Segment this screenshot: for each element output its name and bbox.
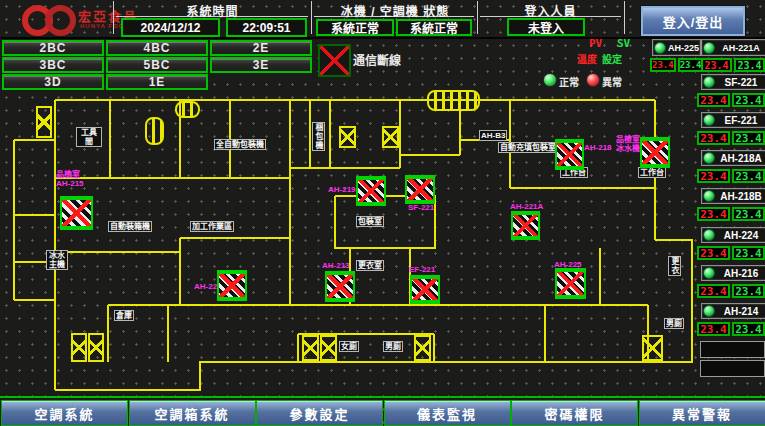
nav-button-param-settings[interactable]: 參數設定 <box>256 400 383 426</box>
unit-button-ah-216[interactable]: AH-216 <box>701 265 765 281</box>
unit-led-icon <box>703 114 715 126</box>
login-logout-button[interactable]: 登入/登出 <box>641 6 745 36</box>
device-icon-sf-221[interactable] <box>405 175 435 204</box>
door-icon <box>145 117 164 145</box>
divider <box>311 1 312 34</box>
stair-x-icon <box>36 106 52 138</box>
floor-button-1e[interactable]: 1E <box>106 74 208 90</box>
pv-sub-label: 溫度 <box>577 51 597 66</box>
sv-header-label: SV <box>617 37 630 50</box>
sv-value-ah-216: 23.4 <box>732 284 765 298</box>
unit-led-icon <box>703 267 715 279</box>
unit-led-icon <box>703 190 715 202</box>
device-icon-ah-213[interactable] <box>325 271 355 302</box>
empty-slot <box>700 360 765 377</box>
value-row-sf-221: 23.423.4 <box>697 93 765 107</box>
unit-name: AH-216 <box>717 268 765 279</box>
device-icon-ah-219a[interactable] <box>356 176 386 206</box>
stair-x-icon <box>88 333 104 362</box>
unit-button-sf-221[interactable]: SF-221 <box>701 74 765 90</box>
device-icon-ah-221a[interactable] <box>511 211 540 240</box>
device-label--ah-215: 品檢室 AH-215 <box>56 170 84 188</box>
floor-button-5bc[interactable]: 5BC <box>106 57 208 73</box>
unit-button-ah-224[interactable]: AH-224 <box>701 227 765 243</box>
device-label-ah-221a: AH-221A <box>510 202 543 211</box>
room-label: 男廁 <box>383 341 403 352</box>
door-icon <box>175 101 200 118</box>
sv-value-ah-221a: 23.4 <box>734 58 765 72</box>
normal-label: 正常 <box>559 74 579 89</box>
unit-button-ef-221[interactable]: EF-221 <box>701 112 765 128</box>
system-time-label: 系統時間 <box>115 2 310 19</box>
device-icon-ah-218[interactable] <box>555 139 584 170</box>
value-row-ah-218b: 23.423.4 <box>697 207 765 221</box>
device-icon-ah-225[interactable] <box>555 268 586 299</box>
nav-button-alarm[interactable]: 異常警報 <box>639 400 765 426</box>
unit-led-icon <box>654 42 666 54</box>
unit-button-ah-218a[interactable]: AH-218A <box>701 150 765 166</box>
room-label: 更衣室 <box>356 260 384 271</box>
device-label--: 品檢室 冰水機 <box>616 135 640 153</box>
stair-x-icon <box>642 335 663 361</box>
pv-value-ah-224: 23.4 <box>697 246 730 260</box>
device-label-ah-213: AH-213 <box>322 261 350 270</box>
value-row-ah-225: 23.423.4 <box>650 58 700 72</box>
room-label: 男廁 <box>664 318 684 329</box>
room-label: 梱包機 <box>312 122 325 151</box>
room-label: 冰水主機 <box>46 250 68 270</box>
unit-led-icon <box>703 152 715 164</box>
login-user-label: 登入人員 <box>480 2 621 19</box>
room-label: 全自動包裝機 <box>214 139 266 150</box>
pv-value-ah-218a: 23.4 <box>697 169 730 183</box>
value-row-ah-214: 23.423.4 <box>697 322 765 336</box>
system-time-value: 22:09:51 <box>226 18 307 37</box>
sv-value-ah-218b: 23.4 <box>732 207 765 221</box>
value-row-ef-221: 23.423.4 <box>697 131 765 145</box>
unit-name: AH-225 <box>668 43 699 53</box>
comm-loss-label: 通信斷線 <box>353 51 401 68</box>
device-icon-ah-224[interactable] <box>217 270 247 301</box>
device-icon--[interactable] <box>640 137 670 168</box>
unit-button-ah-221a[interactable]: AH-221A <box>701 39 765 56</box>
device-label-ah-218: AH-218 <box>584 143 612 152</box>
nav-button-ahu-system[interactable]: 空調箱系統 <box>129 400 256 426</box>
device-label-ef-221: EF-221 <box>409 265 435 274</box>
floor-button-3bc[interactable]: 3BC <box>2 57 104 73</box>
pv-value-ah-221a: 23.4 <box>701 58 732 72</box>
value-row-ah-224: 23.423.4 <box>697 246 765 260</box>
sv-value-ah-225: 23.4 <box>678 58 704 72</box>
value-row-ah-216: 23.423.4 <box>697 284 765 298</box>
nav-button-meter-monitor[interactable]: 儀表監視 <box>384 400 511 426</box>
pv-header-label: PV <box>589 37 602 50</box>
value-row-ah-218a: 23.423.4 <box>697 169 765 183</box>
pv-value-ah-225: 23.4 <box>650 58 676 72</box>
room-label: AH-B3 <box>479 130 507 141</box>
floor-button-4bc[interactable]: 4BC <box>106 40 208 56</box>
value-row-ah-221a: 23.423.4 <box>701 58 765 72</box>
normal-led-icon <box>543 73 557 87</box>
room-label: 自動充填包裝室 <box>498 142 558 153</box>
device-icon--ah-215[interactable] <box>60 196 93 230</box>
machine-status-label: 冰機 / 空調機 狀態 <box>314 2 476 19</box>
door-icon <box>427 90 480 111</box>
floor-button-3e[interactable]: 3E <box>210 57 312 73</box>
stair-x-icon <box>71 333 87 362</box>
pv-value-sf-221: 23.4 <box>697 93 730 107</box>
chiller-status-value: 系統正常 <box>316 19 394 36</box>
unit-button-ah-225[interactable]: AH-225 <box>652 39 701 56</box>
floor-button-3d[interactable]: 3D <box>2 74 104 90</box>
unit-button-ah-218b[interactable]: AH-218B <box>701 188 765 204</box>
system-date-value: 2024/12/12 <box>121 18 220 37</box>
nav-button-password-auth[interactable]: 密碼權限 <box>511 400 638 426</box>
login-user-value: 未登入 <box>507 18 585 36</box>
floor-button-2bc[interactable]: 2BC <box>2 40 104 56</box>
sv-value-ah-224: 23.4 <box>732 246 765 260</box>
unit-name: AH-221A <box>717 43 765 53</box>
device-icon-ef-221[interactable] <box>410 275 440 304</box>
unit-name: AH-214 <box>717 306 765 317</box>
stair-x-icon <box>382 126 399 148</box>
floor-button-2e[interactable]: 2E <box>210 40 312 56</box>
nav-button-ac-system[interactable]: 空調系統 <box>1 400 128 426</box>
unit-button-ah-214[interactable]: AH-214 <box>701 303 765 319</box>
sv-value-ah-214: 23.4 <box>732 322 765 336</box>
